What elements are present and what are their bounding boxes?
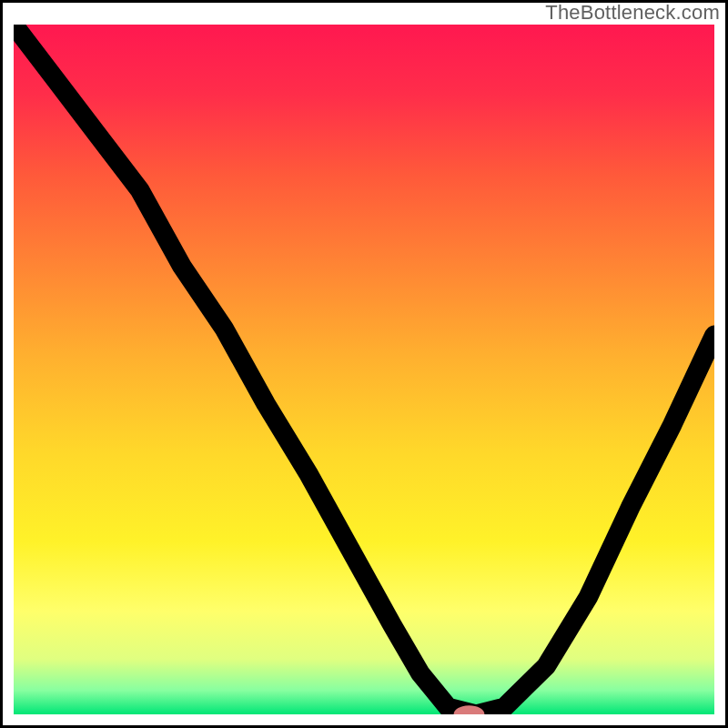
chart-svg: [14, 25, 714, 714]
chart-frame: TheBottleneck.com: [0, 0, 728, 728]
plot-area: [14, 25, 714, 714]
watermark-text: TheBottleneck.com: [545, 1, 720, 25]
gradient-rect: [14, 25, 714, 714]
